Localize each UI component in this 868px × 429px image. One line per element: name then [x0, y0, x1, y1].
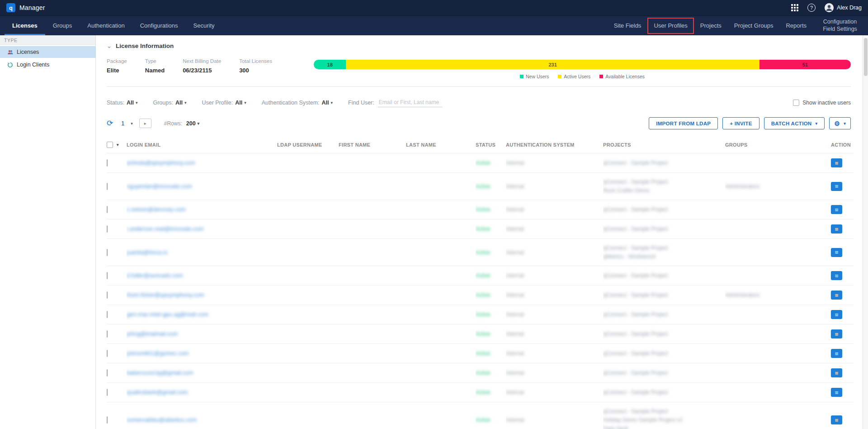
project-link[interactable]: Holiday Demo Sample Project v2	[603, 416, 722, 424]
project-link[interactable]: Data Vault	[603, 424, 722, 429]
row-action-button[interactable]: ≡	[831, 205, 842, 214]
next-page-button[interactable]: ▸	[139, 119, 151, 128]
login-email[interactable]: r.anderson.real@innovate.com	[127, 226, 203, 232]
row-checkbox[interactable]	[107, 330, 108, 338]
status-text: Active	[476, 206, 491, 213]
login-email[interactable]: anhnda@qasymphony.com	[127, 160, 195, 166]
login-email[interactable]: d.fuller@avocado.com	[127, 272, 183, 279]
tab-project-groups[interactable]: Project Groups	[728, 16, 780, 35]
table-settings-button[interactable]: ⚙ ▾	[829, 117, 851, 129]
row-checkbox[interactable]	[107, 350, 108, 357]
project-link[interactable]: qConnect - Sample Project	[603, 272, 722, 280]
find-user-input[interactable]	[378, 98, 442, 107]
tab-projects[interactable]: Projects	[694, 16, 728, 35]
login-email[interactable]: bakerscout.kg@gmail.com	[127, 370, 193, 376]
filter-value: All	[127, 100, 134, 106]
qtest-logo-icon[interactable]: q	[6, 3, 15, 12]
row-action-button[interactable]: ≡	[831, 415, 842, 424]
login-email[interactable]: quattrobank@gmail.com	[127, 389, 188, 396]
row-checkbox[interactable]	[107, 249, 108, 256]
page-selector[interactable]: 1 ▾	[121, 120, 132, 127]
tab-reports[interactable]: Reports	[779, 16, 813, 35]
apps-grid-icon[interactable]	[791, 4, 798, 11]
project-link[interactable]: qConnect - Sample Project	[603, 291, 722, 300]
project-link[interactable]: Rock Crafter Demo	[603, 186, 722, 195]
sidebar-item-licenses[interactable]: Licenses	[0, 46, 95, 58]
row-action-button[interactable]: ≡	[831, 158, 842, 167]
row-checkbox[interactable]	[107, 291, 108, 299]
project-link[interactable]: qConnect - Sample Project	[603, 205, 722, 214]
row-checkbox[interactable]	[107, 225, 108, 233]
project-link[interactable]: qConnect - Sample Project	[603, 407, 722, 416]
login-email[interactable]: juanita@forza.io	[127, 249, 168, 256]
project-link[interactable]: qConnect - Sample Project	[603, 388, 722, 397]
tab-configurations[interactable]: Configurations	[132, 16, 186, 35]
legend-label: Active Users	[564, 74, 590, 79]
row-checkbox[interactable]	[107, 183, 108, 190]
project-link[interactable]: qConnect - Sample Project	[603, 310, 722, 319]
help-icon[interactable]: ?	[807, 4, 816, 12]
tab-licenses[interactable]: Licenses	[5, 16, 45, 35]
project-link[interactable]: qConnect - Sample Project	[603, 178, 722, 186]
filter-groups[interactable]: Groups:All▾	[153, 100, 186, 106]
rows-per-page-selector[interactable]: 200 ▾	[186, 120, 199, 127]
collapse-chevron-icon[interactable]: ⌄	[107, 44, 112, 48]
user-menu[interactable]: Alex Drag	[825, 3, 862, 12]
login-email[interactable]: johnsmith1@gomez.com	[127, 350, 189, 357]
sidebar-item-login-clients[interactable]: Login Clients	[0, 59, 95, 71]
login-email[interactable]: gen-mac-intel-gpu.ag@mail.com	[127, 311, 208, 318]
login-email[interactable]: thom.fisher@qasymphony.com	[127, 292, 204, 298]
tab-configuration-field-settings[interactable]: Configuration Field Settings	[813, 16, 863, 35]
project-link[interactable]: qConnect - Sample Project	[603, 369, 722, 377]
row-action-button[interactable]: ≡	[831, 248, 842, 257]
filter-label: Authentication System:	[262, 100, 320, 106]
row-checkbox[interactable]	[107, 206, 108, 213]
row-checkbox[interactable]	[107, 159, 108, 167]
show-inactive-toggle[interactable]: Show inactive users	[793, 100, 851, 106]
project-link[interactable]: qConnect - Sample Project	[603, 225, 722, 234]
refresh-icon[interactable]: ⟳	[107, 120, 113, 127]
tab-authentication[interactable]: Authentication	[80, 16, 132, 35]
project-link[interactable]: qConnect - Sample Project	[603, 330, 722, 338]
license-field-type: TypeNamed	[145, 58, 165, 74]
legend-new-users: New Users	[520, 74, 549, 79]
row-action-button[interactable]: ≡	[831, 349, 842, 358]
row-action-button[interactable]: ≡	[831, 224, 842, 234]
login-email[interactable]: c.nelson@devcorp.com	[127, 206, 186, 213]
login-email[interactable]: nguyenlan@innovate.com	[127, 183, 192, 190]
row-checkbox[interactable]	[107, 272, 108, 279]
batch-action-button[interactable]: BATCH ACTION▾	[764, 117, 825, 129]
project-link[interactable]: qConnect - Sample Project	[603, 244, 722, 253]
tab-site-fields[interactable]: Site Fields	[608, 16, 648, 35]
invite-button[interactable]: + INVITE	[722, 117, 759, 129]
select-all[interactable]: ▾	[107, 142, 124, 148]
filter-user-profile[interactable]: User Profile:All▾	[202, 100, 246, 106]
row-action-button[interactable]: ≡	[831, 291, 842, 300]
row-checkbox[interactable]	[107, 311, 108, 318]
project-link[interactable]: qMetrics - Workbench	[603, 253, 722, 261]
filter-status[interactable]: Status:All▾	[107, 100, 137, 106]
row-action-button[interactable]: ≡	[831, 310, 842, 319]
login-email[interactable]: somervableu@atlantus.com	[127, 417, 197, 423]
row-checkbox[interactable]	[107, 369, 108, 377]
row-action-button[interactable]: ≡	[831, 182, 842, 191]
tab-groups[interactable]: Groups	[45, 16, 80, 35]
row-action-button[interactable]: ≡	[831, 271, 842, 280]
vertical-scrollbar[interactable]	[863, 35, 868, 429]
login-email[interactable]: johng@trialmail.com	[127, 331, 178, 337]
row-checkbox[interactable]	[107, 389, 108, 396]
row-action-button[interactable]: ≡	[831, 329, 842, 338]
row-action-button[interactable]: ≡	[831, 368, 842, 377]
column-header-last-name: LAST NAME	[406, 138, 476, 153]
row-action-button[interactable]: ≡	[831, 388, 842, 397]
project-link[interactable]: qConnect - Sample Project	[603, 349, 722, 358]
scrollbar-thumb[interactable]	[864, 38, 868, 76]
project-link[interactable]: qConnect - Sample Project	[603, 159, 722, 167]
row-checkbox[interactable]	[107, 416, 108, 424]
import-from-ldap-button[interactable]: IMPORT FROM LDAP	[649, 117, 718, 129]
show-inactive-checkbox[interactable]	[793, 100, 799, 106]
tab-user-profiles[interactable]: User Profiles	[647, 18, 693, 34]
filter-authentication-system[interactable]: Authentication System:All▾	[262, 100, 333, 106]
tab-security[interactable]: Security	[186, 16, 222, 35]
select-all-checkbox[interactable]	[107, 142, 113, 148]
